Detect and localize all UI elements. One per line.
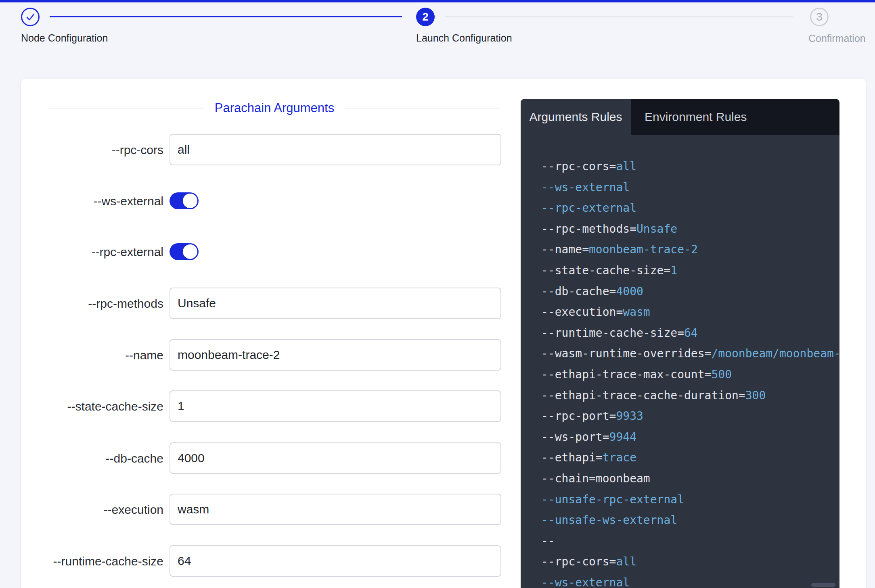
code-line: --unsafe-rpc-external	[541, 489, 839, 510]
code-value: --ws-external	[541, 576, 630, 588]
field-label-rpc-external: --rpc-external	[32, 244, 163, 259]
code-flag: --rpc-port=	[541, 409, 616, 423]
toggle-knob	[183, 194, 197, 208]
panel-scrollbar-thumb[interactable]	[811, 583, 835, 587]
code-value: 64	[684, 326, 698, 340]
code-value: 4000	[616, 285, 643, 298]
field-label-state-cache-size: --state-cache-size	[32, 399, 163, 414]
tab-environment-rules[interactable]: Environment Rules	[631, 99, 760, 135]
code-line: --ws-external	[541, 177, 839, 198]
form-row: --rpc-methodsUnsafe	[32, 288, 501, 319]
code-value: 9944	[609, 430, 636, 444]
code-line: --	[541, 531, 839, 552]
step-launch-configuration[interactable]: 2	[416, 8, 435, 26]
code-flag: --rpc-methods=	[541, 222, 636, 236]
form-row: --rpc-corsall	[32, 134, 501, 165]
top-accent-bar	[0, 0, 875, 2]
code-value: /moonbeam/moonbeam-	[711, 347, 839, 360]
field-label-runtime-cache-size: --runtime-cache-size	[32, 554, 163, 569]
field-label-ws-external: --ws-external	[32, 194, 163, 209]
toggle-rpc-external[interactable]	[170, 243, 199, 260]
code-value: --rpc-external	[541, 201, 636, 215]
code-value: moonbeam-trace-2	[589, 243, 698, 256]
code-flag: --rpc-cors=	[541, 160, 616, 173]
step-label-node-configuration: Node Configuration	[21, 32, 108, 44]
code-value: --unsafe-rpc-external	[541, 493, 684, 506]
field-label-db-cache: --db-cache	[32, 451, 163, 466]
code-line: --ethapi-trace-cache-duration=300	[541, 385, 839, 406]
form-row: --executionwasm	[32, 494, 501, 525]
input-state-cache-size[interactable]: 1	[170, 390, 501, 422]
input-execution[interactable]: wasm	[170, 494, 501, 525]
field-label-name: --name	[32, 348, 163, 363]
step-confirmation: 3	[810, 8, 829, 26]
code-line: --db-cache=4000	[541, 281, 839, 302]
code-flag: --rpc-cors=	[541, 555, 616, 568]
code-flag: --ws-port=	[541, 430, 609, 444]
arguments-rules-code: --rpc-cors=all--ws-external--rpc-externa…	[521, 135, 839, 588]
field-label-rpc-cors: --rpc-cors	[32, 142, 163, 157]
code-flag: --db-cache=	[541, 285, 616, 298]
code-value: all	[616, 160, 636, 173]
input-name[interactable]: moonbeam-trace-2	[170, 339, 501, 371]
step-label-launch-configuration: Launch Configuration	[416, 32, 512, 44]
code-value: 300	[745, 389, 766, 402]
code-value: trace	[603, 451, 636, 464]
code-line: --ethapi-trace-max-count=500	[541, 364, 839, 385]
code-line: --rpc-cors=all	[541, 551, 839, 572]
code-value: Unsafe	[636, 222, 677, 236]
code-flag: --ethapi=	[541, 451, 603, 464]
code-value: --ws-external	[541, 181, 630, 194]
form-row: --namemoonbeam-trace-2	[32, 339, 501, 371]
input-db-cache[interactable]: 4000	[170, 442, 501, 474]
code-flag: --chain=moonbeam	[541, 472, 650, 485]
code-value: --unsafe-ws-external	[541, 513, 677, 527]
code-line: --rpc-methods=Unsafe	[541, 219, 839, 240]
code-value: wasm	[623, 305, 650, 319]
code-flag: --state-cache-size=	[541, 264, 670, 277]
code-line: --ws-external	[541, 572, 839, 588]
step-number: 3	[816, 10, 823, 23]
code-line: --rpc-cors=all	[541, 156, 839, 177]
input-runtime-cache-size[interactable]: 64	[170, 545, 501, 577]
code-value: 1	[670, 264, 677, 277]
step-node-configuration[interactable]	[21, 8, 40, 26]
section-title: Parachain Arguments	[215, 101, 334, 115]
code-line: --chain=moonbeam	[541, 468, 839, 489]
field-label-rpc-methods: --rpc-methods	[32, 296, 163, 311]
code-value: 9933	[616, 409, 643, 423]
code-line: --ws-port=9944	[541, 427, 839, 448]
heading-divider-right	[345, 108, 500, 108]
code-line: --rpc-port=9933	[541, 406, 839, 427]
form-row: --state-cache-size1	[32, 390, 501, 422]
rules-panel-tabs: Arguments RulesEnvironment Rules	[521, 99, 839, 135]
code-line: --rpc-external	[541, 198, 839, 219]
code-flag: --wasm-runtime-overrides=	[541, 347, 711, 360]
tab-arguments-rules[interactable]: Arguments Rules	[521, 99, 631, 135]
code-flag: --ethapi-trace-cache-duration=	[541, 389, 745, 402]
check-icon	[22, 9, 38, 25]
code-value: 500	[711, 368, 732, 381]
toggle-knob	[183, 244, 197, 259]
code-line: --wasm-runtime-overrides=/moonbeam/moonb…	[541, 343, 839, 364]
code-flag: --ethapi-trace-max-count=	[541, 368, 711, 381]
form-row: --ws-external	[32, 185, 501, 217]
input-rpc-cors[interactable]: all	[170, 134, 501, 165]
code-flag: --execution=	[541, 305, 623, 319]
form-row: --runtime-cache-size64	[32, 545, 501, 577]
code-line: --unsafe-ws-external	[541, 510, 839, 531]
code-flag: --name=	[541, 243, 589, 256]
field-label-execution: --execution	[32, 502, 163, 517]
rules-panel: Arguments RulesEnvironment Rules --rpc-c…	[521, 99, 839, 588]
step-label-confirmation: Confirmation	[808, 33, 866, 44]
toggle-ws-external[interactable]	[170, 192, 199, 209]
code-flag: --	[541, 534, 555, 548]
code-line: --ethapi=trace	[541, 447, 839, 468]
input-rpc-methods[interactable]: Unsafe	[170, 288, 501, 319]
form-row: --db-cache4000	[32, 442, 501, 474]
form-row: --rpc-external	[32, 236, 501, 267]
code-line: --state-cache-size=1	[541, 260, 839, 281]
heading-divider-left	[48, 108, 204, 108]
stepper-connector-complete	[50, 16, 402, 17]
section-heading: Parachain Arguments	[48, 100, 500, 116]
